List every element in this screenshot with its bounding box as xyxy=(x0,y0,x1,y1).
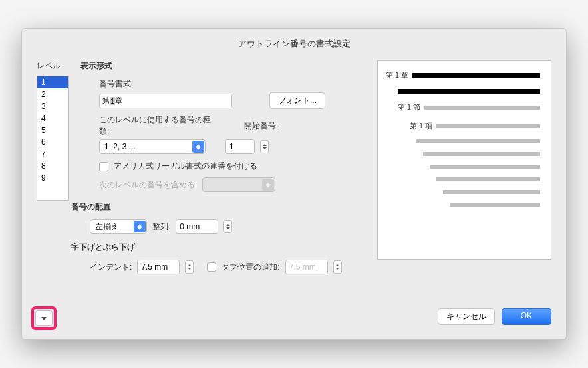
alignment-section-title: 番号の配置 xyxy=(71,201,365,213)
preview-row xyxy=(436,177,540,181)
level-list[interactable]: 123456789 xyxy=(37,76,69,201)
preview-line xyxy=(450,203,540,207)
preview-line xyxy=(423,152,540,156)
alignment-row: 左揃え 整列: xyxy=(90,219,365,234)
number-format-label: 番号書式: xyxy=(99,78,133,90)
indent-row: インデント: タブ位置の追加: xyxy=(90,260,365,274)
preview-row-label: 第 1 項 xyxy=(410,121,432,131)
level-item[interactable]: 9 xyxy=(37,172,68,184)
preview-line xyxy=(398,89,540,94)
main-column: 表示形式 番号書式: 第1章 フォント... このレベルに使用する番号の種類: … xyxy=(80,60,365,280)
expand-wrap xyxy=(35,310,53,326)
preview-line xyxy=(430,165,540,169)
level-label: レベル xyxy=(37,60,69,72)
level-item[interactable]: 4 xyxy=(37,112,68,124)
start-at-stepper[interactable] xyxy=(260,140,269,153)
number-type-select[interactable]: 1, 2, 3 ... xyxy=(99,139,206,154)
preview-row xyxy=(398,89,540,94)
alignment-select[interactable]: 左揃え xyxy=(90,219,147,234)
preview-row xyxy=(423,152,540,156)
preview-row xyxy=(430,165,540,169)
preview-line xyxy=(424,106,540,110)
preview-line xyxy=(416,139,540,143)
align-at-stepper[interactable] xyxy=(223,220,232,233)
number-type-value: 1, 2, 3 ... xyxy=(104,142,136,151)
font-button[interactable]: フォント... xyxy=(269,92,325,109)
type-start-row: 1, 2, 3 ... xyxy=(99,139,365,154)
preview-row-label: 第 1 章 xyxy=(386,70,408,80)
include-prev-row: 次のレベルの番号を含める: xyxy=(99,177,365,192)
start-at-input[interactable] xyxy=(225,139,255,154)
ok-button[interactable]: OK xyxy=(502,308,551,325)
preview-row: 第 1 節 xyxy=(398,102,540,112)
chevron-updown-icon xyxy=(262,179,274,191)
legal-checkbox-label: アメリカ式リーガル書式の連番を付ける xyxy=(114,161,257,172)
number-format-placeholder: 1 xyxy=(110,97,115,105)
preview-row: 第 1 章 xyxy=(386,70,540,80)
level-item[interactable]: 3 xyxy=(37,100,68,112)
level-item[interactable]: 5 xyxy=(37,124,68,136)
preview-line xyxy=(412,73,540,78)
number-format-suffix: 章 xyxy=(115,96,122,106)
preview-row xyxy=(416,139,540,143)
footer-buttons: キャンセル OK xyxy=(438,308,551,325)
level-column: レベル 123456789 xyxy=(37,60,69,280)
number-format-row: 第1章 フォント... xyxy=(99,92,365,109)
level-item[interactable]: 7 xyxy=(37,148,68,160)
number-format-prefix: 第 xyxy=(102,96,110,106)
legal-checkbox[interactable] xyxy=(99,162,108,171)
format-section-title: 表示形式 xyxy=(80,60,365,72)
number-format-label-row: 番号書式: xyxy=(99,78,365,90)
include-prev-label: 次のレベルの番号を含める: xyxy=(99,179,197,191)
level-item[interactable]: 2 xyxy=(37,88,68,100)
tab-label: タブ位置の追加: xyxy=(221,262,279,273)
indent-input[interactable] xyxy=(137,260,180,274)
preview-row xyxy=(443,190,540,194)
chevron-updown-icon xyxy=(192,141,204,153)
start-at-label: 開始番号: xyxy=(244,120,278,132)
include-prev-select xyxy=(202,177,275,192)
number-type-label: このレベルに使用する番号の種類: xyxy=(99,114,219,137)
indent-section-title: 字下げとぶら下げ xyxy=(71,242,365,253)
alignment-value: 左揃え xyxy=(95,221,119,232)
level-item[interactable]: 6 xyxy=(37,136,68,148)
number-format-input[interactable]: 第1章 xyxy=(99,94,232,108)
legal-checkbox-row: アメリカ式リーガル書式の連番を付ける xyxy=(99,161,365,172)
content-area: レベル 123456789 表示形式 番号書式: 第1章 フォント... このレ… xyxy=(37,60,551,280)
preview-line xyxy=(443,190,540,194)
lower-sections: 番号の配置 左揃え 整列: 字下げとぶら下げ インデント: xyxy=(80,201,365,274)
level-item[interactable]: 8 xyxy=(37,160,68,172)
preview-line xyxy=(436,177,540,181)
indent-stepper[interactable] xyxy=(185,260,194,274)
indent-label: インデント: xyxy=(90,262,132,273)
align-at-input[interactable] xyxy=(176,219,218,234)
preview-row: 第 1 項 xyxy=(410,121,540,131)
dialog-title: アウトライン番号の書式設定 xyxy=(37,38,551,50)
type-start-labels-row: このレベルに使用する番号の種類: 開始番号: xyxy=(99,114,365,137)
tab-input xyxy=(285,260,328,274)
tab-stepper xyxy=(333,260,342,274)
preview-row xyxy=(450,203,540,207)
chevron-updown-icon xyxy=(134,221,146,232)
preview-row-label: 第 1 節 xyxy=(398,102,420,112)
tab-checkbox[interactable] xyxy=(207,262,216,272)
dialog-window: アウトライン番号の書式設定 レベル 123456789 表示形式 番号書式: 第… xyxy=(21,28,567,340)
preview-line xyxy=(436,124,540,128)
expand-button[interactable] xyxy=(35,310,53,326)
align-at-label: 整列: xyxy=(152,221,170,232)
cancel-button[interactable]: キャンセル xyxy=(438,308,495,325)
level-item[interactable]: 1 xyxy=(37,76,68,88)
preview-pane: 第 1 章第 1 節第 1 項 xyxy=(377,60,551,260)
